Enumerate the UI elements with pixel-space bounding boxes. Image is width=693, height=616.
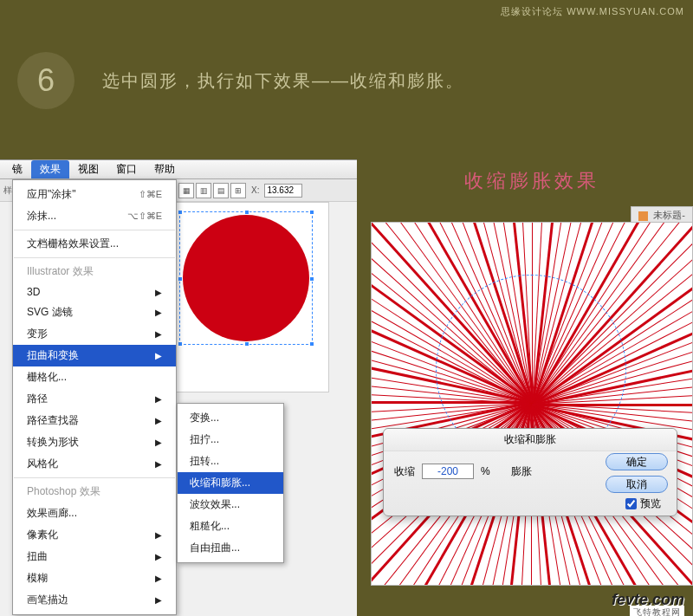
menu-smudge[interactable]: 涂抹... ⌥⇧⌘E xyxy=(13,205,176,227)
percent-label: % xyxy=(481,465,490,477)
shortcut: ⇧⌘E xyxy=(139,189,162,200)
label: 应用"涂抹" xyxy=(27,187,76,202)
label: 路径查找器 xyxy=(27,413,79,428)
label: 画笔描边 xyxy=(27,593,68,607)
submenu-free-distort[interactable]: 自由扭曲... xyxy=(178,537,283,559)
menu-svg[interactable]: SVG 滤镜▶ xyxy=(13,302,176,323)
menu-window[interactable]: 窗口 xyxy=(107,160,146,178)
chevron-right-icon: ▶ xyxy=(155,329,162,339)
menu-convert-shape[interactable]: 转换为形状▶ xyxy=(13,431,176,453)
menu-blur[interactable]: 模糊▶ xyxy=(13,567,176,589)
submenu-twist[interactable]: 扭转... xyxy=(178,451,283,472)
menu-pathfinder[interactable]: 路径查找器▶ xyxy=(13,410,176,431)
label: Photoshop 效果 xyxy=(27,484,100,499)
section-illustrator: Illustrator 效果 xyxy=(13,261,176,282)
submenu-roughen[interactable]: 粗糙化... xyxy=(178,515,283,537)
chevron-right-icon: ▶ xyxy=(155,530,162,540)
label: 转换为形状 xyxy=(27,435,79,450)
label: 路径 xyxy=(27,392,48,406)
value-input[interactable] xyxy=(422,464,474,479)
menu-stylize[interactable]: 风格化▶ xyxy=(13,453,176,475)
label: 涂抹... xyxy=(27,209,56,224)
chevron-right-icon: ▶ xyxy=(155,574,162,583)
dialog-title: 收缩和膨胀 xyxy=(384,429,677,451)
tool-btn-1[interactable]: ▦ xyxy=(178,183,194,198)
submenu-pucker[interactable]: 扭拧... xyxy=(178,429,283,451)
chevron-right-icon: ▶ xyxy=(155,351,162,360)
section-photoshop: Photoshop 效果 xyxy=(13,481,176,503)
watermark-feite: 飞特教程网 xyxy=(630,606,684,616)
preview-checkbox-group: 预览 xyxy=(625,496,661,511)
chevron-right-icon: ▶ xyxy=(155,416,162,425)
label: 栅格化... xyxy=(27,370,67,385)
separator xyxy=(14,257,175,258)
effect-title: 收缩膨胀效果 xyxy=(371,168,693,194)
distort-submenu: 变换... 扭拧... 扭转... 收缩和膨胀... 波纹效果... 粗糙化..… xyxy=(177,403,284,563)
tool-icons: ▦ ▥ ▤ ⊞ xyxy=(178,183,246,198)
menu-3d[interactable]: 3D▶ xyxy=(13,282,176,302)
submenu-transform[interactable]: 变换... xyxy=(178,407,283,429)
ok-button[interactable]: 确定 xyxy=(606,453,668,470)
menu-distort2[interactable]: 扭曲▶ xyxy=(13,546,176,567)
x-label: X: xyxy=(251,185,259,195)
submenu-pucker-bloat[interactable]: 收缩和膨胀... xyxy=(178,472,283,494)
shrink-label: 收缩 xyxy=(394,464,415,479)
separator xyxy=(14,230,175,230)
menu-distort-transform[interactable]: 扭曲和变换▶ xyxy=(13,345,176,366)
menu-warp[interactable]: 变形▶ xyxy=(13,323,176,345)
tool-btn-2[interactable]: ▥ xyxy=(196,183,211,198)
label: 扭曲和变换 xyxy=(27,348,79,363)
document-icon xyxy=(638,211,648,221)
tab-label: 未标题- xyxy=(653,210,685,220)
separator xyxy=(14,477,175,478)
label: 文档栅格效果设置... xyxy=(27,237,119,251)
shortcut: ⌥⇧⌘E xyxy=(127,211,162,222)
chevron-right-icon: ▶ xyxy=(155,595,162,605)
label: Illustrator 效果 xyxy=(27,264,94,279)
menu-effect[interactable]: 效果 xyxy=(31,160,69,178)
result-panel: 收缩膨胀效果 未标题- 收缩和膨胀 收缩 % 膨胀 确定 取消 预览 xyxy=(371,168,693,616)
menu-pixelate[interactable]: 像素化▶ xyxy=(13,524,176,546)
step-number-badge: 6 xyxy=(17,52,74,109)
cancel-button[interactable]: 取消 xyxy=(606,476,668,493)
menu-brush[interactable]: 画笔描边▶ xyxy=(13,589,176,611)
tool-btn-4[interactable]: ⊞ xyxy=(230,183,246,198)
label: 3D xyxy=(27,286,40,298)
menu-apply-smudge[interactable]: 应用"涂抹" ⇧⌘E xyxy=(13,184,176,205)
chevron-right-icon: ▶ xyxy=(155,308,162,317)
menu-rasterize[interactable]: 栅格化... xyxy=(13,366,176,388)
chevron-right-icon: ▶ xyxy=(155,394,162,404)
preview-checkbox[interactable] xyxy=(625,498,637,509)
chevron-right-icon: ▶ xyxy=(155,459,162,469)
canvas-left[interactable] xyxy=(173,202,329,392)
label: 变形 xyxy=(27,327,48,341)
preview-label: 预览 xyxy=(640,496,661,511)
canvas-right[interactable] xyxy=(371,222,693,586)
submenu-zigzag[interactable]: 波纹效果... xyxy=(178,494,283,515)
pucker-bloat-dialog: 收缩和膨胀 收缩 % 膨胀 确定 取消 预览 xyxy=(383,428,677,516)
x-input[interactable] xyxy=(264,184,302,198)
label: SVG 滤镜 xyxy=(27,305,73,320)
bloat-label: 膨胀 xyxy=(511,464,532,479)
chevron-right-icon: ▶ xyxy=(155,552,162,561)
menu-path[interactable]: 路径▶ xyxy=(13,388,176,410)
watermark-top: 思缘设计论坛 WWW.MISSYUAN.COM xyxy=(501,5,684,18)
dialog-buttons: 确定 取消 xyxy=(606,453,668,493)
menu-grid-settings[interactable]: 文档栅格效果设置... xyxy=(13,233,176,255)
label: 效果画廊... xyxy=(27,506,77,521)
menubar: 镜 效果 视图 窗口 帮助 xyxy=(0,160,357,179)
step-instruction: 选中圆形，执行如下效果——收缩和膨胀。 xyxy=(102,69,464,93)
chevron-right-icon: ▶ xyxy=(155,438,162,447)
label: 像素化 xyxy=(27,528,58,542)
selection-bbox[interactable] xyxy=(179,211,313,345)
menu-view[interactable]: 视图 xyxy=(69,160,107,178)
illustrator-window: 镜 效果 视图 窗口 帮助 样式 ▦ ▥ ▤ ⊞ X: 应 xyxy=(0,159,357,616)
label: 模糊 xyxy=(27,571,48,586)
menu-gallery[interactable]: 效果画廊... xyxy=(13,503,176,524)
label: 扭曲 xyxy=(27,549,48,564)
effect-menu-dropdown: 应用"涂抹" ⇧⌘E 涂抹... ⌥⇧⌘E 文档栅格效果设置... Illust… xyxy=(12,179,177,615)
menu-jing[interactable]: 镜 xyxy=(3,160,31,178)
tool-btn-3[interactable]: ▤ xyxy=(213,183,229,198)
step-header: 6 选中圆形，执行如下效果——收缩和膨胀。 xyxy=(17,52,464,109)
menu-help[interactable]: 帮助 xyxy=(146,160,184,178)
